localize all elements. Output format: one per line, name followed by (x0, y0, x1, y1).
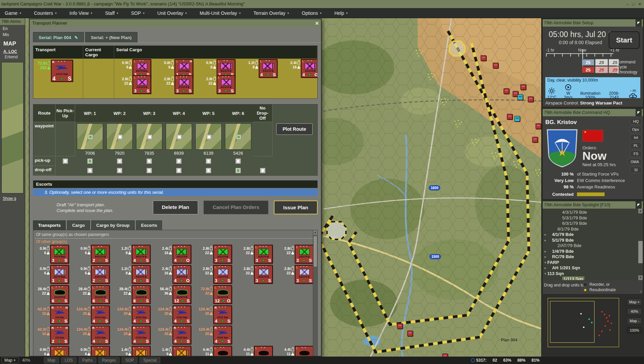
tree-chevron-icon[interactable]: ▸ (543, 254, 547, 260)
unit-counter[interactable]: L • • • 2/1/1/79 B 3 S (175, 75, 193, 94)
unit-counter[interactable]: L • • • 1/1/1/79 B 3 S (133, 75, 151, 94)
edit-pencil-icon[interactable]: ✎ (74, 35, 78, 40)
tree-chevron-icon[interactable]: ▾ (543, 260, 547, 266)
show-link[interactable]: Show g (0, 193, 25, 201)
resize-grip[interactable]: ⠿ (640, 290, 642, 294)
cargo-section-tab[interactable]: Cargo by Group (91, 220, 135, 230)
map-toolbar-toggle[interactable]: Special (139, 357, 160, 363)
dialog-titlebar[interactable]: Transport Planner ✕ (30, 19, 321, 27)
tree-chevron-icon[interactable]: ▸ (543, 238, 547, 243)
unit-stack-marker[interactable] (528, 96, 534, 102)
cargo-unit[interactable]: 124.4t 20 R • • • 4/113 Sqn 4 S (76, 306, 109, 325)
scroll-up-arrow[interactable]: ▲ (638, 209, 643, 213)
checkbox[interactable] (117, 168, 122, 173)
cargo-unit[interactable]: 28.4t 22 L • • • 3/1/4/79 B 6 S (76, 285, 109, 305)
plot-route-button[interactable]: Plot Route (276, 123, 313, 135)
cargo-unit[interactable]: 2.4t 16 L • • • 4/3/1/79 B 4 O (158, 265, 191, 284)
map-toolbar-toggle[interactable]: Map (44, 357, 59, 363)
scrollbar-thumb[interactable] (638, 241, 643, 263)
radio-reorder[interactable] (583, 282, 587, 287)
unit-counter[interactable]: L • • 4/5/1/79 B 3 S (91, 346, 109, 357)
cargo-unit[interactable]: 124.4t 20 R • • • 3/113 Sqn 4 S (117, 306, 150, 325)
resubordinate-option[interactable]: Resubordinate (583, 287, 642, 292)
unit-counter[interactable]: R • • H 115 Sqn 2 S (51, 326, 69, 344)
spotlight-tree-item[interactable]: ▸ RC/79 Bde (543, 254, 643, 260)
checkbox[interactable] (63, 158, 68, 164)
plan-action-button[interactable]: Cancel Plan Orders (203, 201, 268, 214)
route-check-cell[interactable] (223, 156, 253, 166)
waypoint-map-thumbnail[interactable] (195, 123, 222, 150)
cargo-scrollbar[interactable]: ▲ ▼ (313, 230, 317, 357)
unit-stack-marker[interactable] (504, 88, 509, 94)
cargo-unit[interactable]: 2.8t 22 L • • • 2/1/1/79 B 3 S (160, 75, 193, 94)
unit-counter[interactable]: L • • 6/1/79 Bde 3 S (133, 59, 151, 78)
unit-counter[interactable]: L • • 2/2/RC/79 4 S (254, 346, 272, 357)
unit-counter[interactable]: R • • H 113 Sqn 2 S (51, 306, 69, 324)
unit-counter[interactable]: R • • • 1/115 Sqn 4 S (91, 326, 109, 344)
waypoint-map-thumbnail[interactable] (225, 123, 251, 150)
scroll-down-arrow[interactable]: ▼ (638, 275, 643, 280)
minimap-zoom-button[interactable]: 100% (627, 327, 642, 334)
unit-counter[interactable]: L • • • 3/1/1/79 B 3 S (217, 75, 235, 94)
route-check-cell[interactable] (105, 156, 134, 166)
unit-counter[interactable]: L • • • 1/2/1/79 B 3 S (295, 245, 313, 263)
unit-counter[interactable]: L • • • 2/3/1/79 B 3 S (254, 265, 272, 283)
map-toolbar-toggle[interactable]: Paths (78, 357, 96, 363)
checkbox[interactable] (235, 168, 241, 173)
unit-counter[interactable]: L • • 1/5/1/79 B 3 S (173, 346, 191, 357)
map-mode-button[interactable]: Map + (1, 357, 19, 363)
expand-icon[interactable]: ◤ (636, 201, 642, 209)
tree-chevron-icon[interactable] (543, 226, 547, 232)
cargo-unit[interactable]: 1.2t 8 L • • 5/1/1/79 B 4 S (244, 59, 277, 78)
left-panel-link[interactable]: Mis (0, 31, 25, 37)
waypoint-map-thumbnail[interactable] (166, 123, 192, 150)
menu-item[interactable]: Staff ▾ (105, 10, 118, 16)
unit-counter[interactable]: L • • 4/1/1/79 B 4 O (301, 59, 317, 78)
unit-stack-marker[interactable] (532, 137, 538, 143)
overview-map-thumbnail[interactable] (1, 62, 24, 193)
waypoint-cell[interactable]: 7920 (105, 122, 134, 156)
unit-counter[interactable]: L • • 2/5/1/79 B 3 S (132, 346, 150, 357)
hq-info-button[interactable]: OMA (628, 159, 642, 165)
unit-stack-marker[interactable] (514, 116, 520, 122)
expand-icon[interactable]: ◤ (636, 19, 642, 27)
map-toolbar-toggle[interactable]: SOP (122, 357, 137, 363)
spotlight-tree-item[interactable]: ▾ 113 Sqn (543, 271, 643, 277)
unit-counter[interactable]: L • • • 4/1/4/79 B 12 O (214, 285, 232, 304)
cargo-unit[interactable]: 72.8t 32 L • • • 4/1/4/79 B 12 O (198, 285, 232, 305)
checkbox[interactable] (147, 168, 152, 173)
spotlight-tree-item[interactable]: 4/3/1/79 Bde (543, 210, 643, 215)
cargo-unit[interactable]: 0.9t 6 L • • 8/1/79 Bde 3 S (35, 265, 69, 284)
route-check-cell[interactable] (253, 166, 272, 175)
cargo-unit[interactable]: 28.4t 22 L • • • 2/1/4/79 B 6 S (35, 285, 69, 305)
unit-counter[interactable]: L • • • 4/2/1/79 B 4 O (173, 245, 191, 263)
objective-badge[interactable]: 1600 (429, 185, 440, 190)
tree-chevron-icon[interactable]: ▸ (543, 232, 547, 238)
minimap-zoom-button[interactable]: Map - (627, 317, 642, 324)
route-check-cell[interactable] (223, 166, 253, 175)
spotlight-tree-item[interactable]: 2/AT/79 Bde (543, 243, 643, 249)
transport-unit-cell[interactable]: 73.8t 252 R • • • 1/113 Sqn 4 S (33, 59, 83, 98)
cargo-unit[interactable]: 62.2t 10 R • • H 115 Sqn 2 S (35, 326, 69, 345)
unit-counter[interactable]: L • • • 3/2/1/79 B 3 S (214, 245, 232, 263)
unit-stack-marker[interactable] (517, 94, 523, 100)
menu-item[interactable]: Options ▾ (302, 10, 322, 16)
unit-counter[interactable]: L • • 8/1/79 Bde 3 S (51, 265, 69, 283)
cargo-unit[interactable]: 124.4t 20 R • • • 2/113 Sqn 4 S (198, 306, 232, 325)
checkbox[interactable] (147, 158, 152, 164)
cargo-unit[interactable]: 124.4t 20 R • • • 3/115 Sqn 4 S (158, 326, 191, 345)
expand-icon[interactable]: ◤ (636, 109, 642, 116)
spotlight-tree-item[interactable]: 6/3/1/79 Bde (543, 221, 643, 226)
spotlight-tree-item[interactable]: 1/113 Sqn (543, 276, 643, 280)
unit-counter[interactable]: L • • 6/3/1/79 B 2 S (91, 265, 109, 283)
spotlight-tree-item[interactable]: ▸ 1/4/79 Bde (543, 249, 643, 254)
cargo-unit[interactable]: 0.9t 6 L • • 4/5/1/79 B 3 S (76, 346, 109, 357)
spotlight-tree-item[interactable]: 8/1/79 Bde (543, 226, 643, 232)
waypoint-cell[interactable]: 7006 (75, 122, 105, 156)
checkbox[interactable] (206, 168, 211, 173)
checkbox[interactable] (176, 168, 182, 173)
map-toolbar-toggle[interactable]: Ranges (98, 357, 120, 363)
spotlight-tree-item[interactable]: ▸ AH 1/201 Sqn (543, 265, 643, 271)
menu-item[interactable]: SOP ▾ (131, 10, 144, 16)
cargo-section-tab[interactable]: Escorts (136, 220, 162, 230)
